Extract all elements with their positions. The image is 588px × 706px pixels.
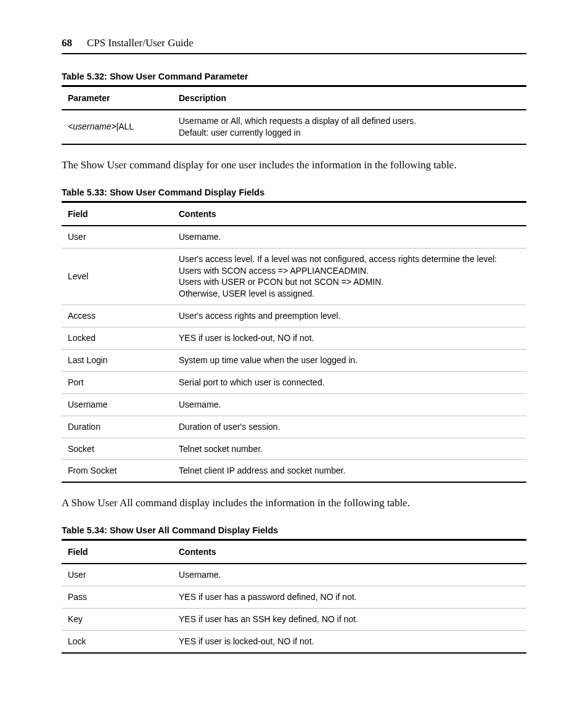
table-cell-contents: Username. (173, 564, 526, 586)
table-cell-contents: Duration of user's session. (173, 416, 526, 438)
table-cell-contents: Telnet socket number. (173, 438, 526, 460)
table-cell-contents: System up time value when the user logge… (173, 349, 526, 371)
table-row: LevelUser's access level. If a level was… (62, 248, 526, 305)
table-header-cell: Description (173, 86, 526, 110)
table-row: Last LoginSystem up time value when the … (62, 349, 526, 371)
table-534: Field Contents UserUsername.PassYES if u… (62, 539, 526, 654)
table-cell-contents: YES if user is locked-out, NO if not. (173, 327, 526, 350)
document-page: 68 CPS Installer/User Guide Table 5.32: … (0, 0, 588, 706)
table-header-row: Field Contents (62, 540, 526, 564)
table-cell-field: User (62, 564, 173, 586)
table-row: SocketTelnet socket number. (62, 438, 526, 460)
table-row: PortSerial port to which user is connect… (62, 371, 526, 393)
table-cell-contents: YES if user is locked-out, NO if not. (173, 630, 526, 652)
table-cell-field: User (62, 226, 173, 248)
table-caption-534: Table 5.34: Show User All Command Displa… (62, 525, 526, 535)
table-cell-description: Username or All, which requests a displa… (173, 110, 526, 144)
table-cell-contents: Username. (173, 226, 526, 248)
table-cell-contents: YES if user has a password defined, NO i… (173, 586, 526, 609)
table-cell-parameter: <username>|ALL (62, 110, 173, 144)
table-cell-contents: User's access rights and preemption leve… (173, 305, 526, 327)
table-header-cell: Parameter (62, 86, 173, 110)
table-cell-field: Pass (62, 586, 173, 609)
table-533: Field Contents UserUsername.LevelUser's … (62, 201, 526, 483)
table-row: DurationDuration of user's session. (62, 416, 526, 438)
table-cell-contents: Serial port to which user is connected. (173, 371, 526, 393)
table-cell-contents: Username. (173, 393, 526, 416)
running-header: 68 CPS Installer/User Guide (62, 37, 526, 54)
table-row: From SocketTelnet client IP address and … (62, 460, 526, 482)
table-header-cell: Contents (173, 540, 526, 564)
table-header-cell: Contents (173, 202, 526, 226)
table-row: UserUsername. (62, 226, 526, 248)
table-row: KeyYES if user has an SSH key defined, N… (62, 609, 526, 631)
table-cell-field: Last Login (62, 349, 173, 371)
table-532: Parameter Description <username>|ALL Use… (62, 85, 526, 145)
table-row: <username>|ALL Username or All, which re… (62, 110, 526, 144)
table-header-cell: Field (62, 202, 173, 226)
table-row: AccessUser's access rights and preemptio… (62, 305, 526, 327)
table-cell-field: Port (62, 371, 173, 393)
table-row: LockedYES if user is locked-out, NO if n… (62, 327, 526, 350)
table-cell-field: From Socket (62, 460, 173, 482)
table-caption-532: Table 5.32: Show User Command Parameter (62, 72, 526, 81)
table-caption-533: Table 5.33: Show User Command Display Fi… (62, 187, 526, 197)
table-row: PassYES if user has a password defined, … (62, 586, 526, 609)
table-row: UserUsername. (62, 564, 526, 586)
table-cell-contents: Telnet client IP address and socket numb… (173, 460, 526, 482)
table-cell-field: Level (62, 248, 173, 305)
table-cell-field: Access (62, 305, 173, 327)
table-cell-field: Duration (62, 416, 173, 438)
table-cell-field: Username (62, 393, 173, 416)
body-paragraph: The Show User command display for one us… (62, 158, 526, 173)
guide-title: CPS Installer/User Guide (87, 37, 194, 49)
page-number: 68 (62, 37, 72, 49)
table-cell-contents: User's access level. If a level was not … (173, 248, 526, 305)
table-cell-field: Lock (62, 630, 173, 652)
table-cell-field: Locked (62, 327, 173, 350)
table-cell-field: Socket (62, 438, 173, 460)
table-row: UsernameUsername. (62, 393, 526, 416)
table-header-row: Field Contents (62, 202, 526, 226)
table-cell-field: Key (62, 609, 173, 631)
table-row: LockYES if user is locked-out, NO if not… (62, 630, 526, 652)
body-paragraph: A Show User All command display includes… (62, 496, 526, 511)
param-italic: <username> (68, 121, 116, 131)
table-header-row: Parameter Description (62, 86, 526, 110)
table-header-cell: Field (62, 540, 173, 564)
table-cell-contents: YES if user has an SSH key defined, NO i… (173, 609, 526, 631)
param-suffix: |ALL (116, 121, 134, 131)
